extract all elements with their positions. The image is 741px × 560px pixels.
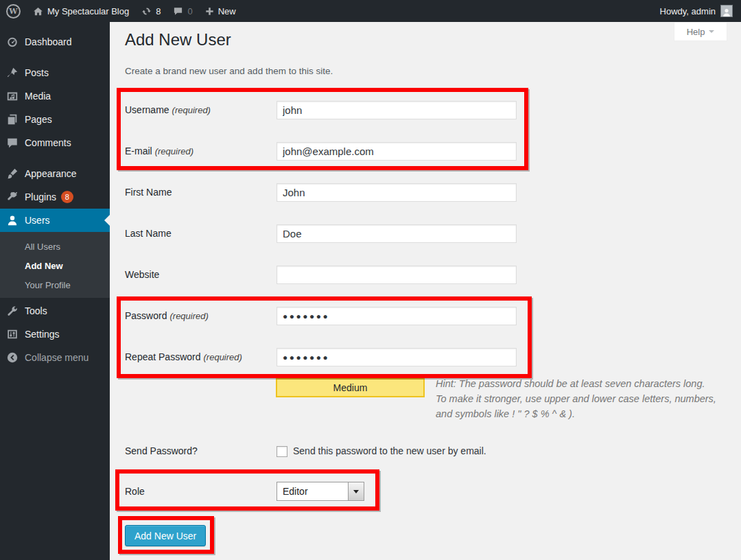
- sidebar-item-label: Plugins: [25, 191, 56, 202]
- sidebar-item-tools[interactable]: Tools: [0, 299, 110, 323]
- sidebar-item-dashboard[interactable]: Dashboard: [0, 30, 110, 54]
- website-label: Website: [125, 269, 159, 280]
- sidebar-item-label: Pages: [25, 114, 52, 125]
- updates-icon: [141, 6, 152, 16]
- email-label: E-mail(required): [125, 145, 193, 156]
- required-hint: (required): [155, 146, 193, 156]
- howdy-text: Howdy, admin: [660, 6, 716, 16]
- select-dropdown-button[interactable]: [348, 482, 364, 500]
- sidebar-separator: [0, 154, 110, 162]
- sidebar-item-pages[interactable]: Pages: [0, 108, 110, 131]
- required-hint: (required): [204, 352, 242, 362]
- website-field[interactable]: [277, 266, 517, 284]
- add-new-user-button[interactable]: Add New User: [125, 525, 206, 546]
- settings-sliders-icon: [6, 328, 19, 340]
- required-hint: (required): [172, 105, 211, 115]
- help-label: Help: [687, 27, 705, 37]
- new-content-link[interactable]: New: [199, 0, 242, 22]
- collapse-arrow-icon: [6, 351, 19, 364]
- sidebar-item-label: Dashboard: [25, 36, 72, 47]
- chevron-down-icon: [709, 30, 714, 36]
- sidebar-item-posts[interactable]: Posts: [0, 61, 110, 84]
- sidebar-item-plugins[interactable]: Plugins 8: [0, 185, 110, 209]
- plug-icon: [6, 191, 19, 203]
- users-submenu: All Users Add New Your Profile: [0, 232, 110, 298]
- sidebar-item-collapse-menu[interactable]: Collapse menu: [0, 346, 110, 369]
- sidebar-item-media[interactable]: Media: [0, 84, 110, 108]
- pushpin-icon: [6, 67, 19, 79]
- repeat-password-field[interactable]: [277, 348, 517, 366]
- email-field[interactable]: [277, 142, 517, 161]
- repeat-password-label: Repeat Password(required): [125, 351, 242, 362]
- submenu-item-all-users[interactable]: All Users: [0, 237, 110, 257]
- last-name-label: Last Name: [125, 228, 172, 239]
- page-title: Add New User: [125, 30, 231, 49]
- sidebar-item-label: Appearance: [25, 168, 77, 179]
- sidebar-item-label: Posts: [25, 67, 49, 78]
- page-description: Create a brand new user and add them to …: [125, 66, 333, 76]
- site-name-link[interactable]: My Spectacular Blog: [27, 0, 135, 22]
- submenu-item-add-new[interactable]: Add New: [0, 257, 110, 276]
- plugins-update-badge: 8: [61, 191, 73, 203]
- sidebar-item-appearance[interactable]: Appearance: [0, 162, 110, 185]
- my-account-link[interactable]: Howdy, admin: [654, 0, 716, 22]
- admin-sidebar: Dashboard Posts Media Pages Comments App…: [0, 22, 110, 560]
- sidebar-item-settings[interactable]: Settings: [0, 323, 110, 346]
- required-hint: (required): [169, 311, 208, 321]
- sidebar-item-label: Settings: [25, 329, 60, 340]
- password-field[interactable]: [277, 307, 517, 325]
- new-label: New: [218, 6, 236, 16]
- main-content: Help Add New User Create a brand new use…: [110, 22, 741, 560]
- comments-link[interactable]: 0: [167, 0, 198, 22]
- comments-bubble-icon: [173, 6, 183, 16]
- sidebar-item-label: Comments: [25, 137, 71, 148]
- admin-bar: W My Spectacular Blog 8 0 New Howdy, adm…: [0, 0, 741, 22]
- wrench-icon: [6, 305, 19, 317]
- help-button[interactable]: Help: [674, 23, 727, 41]
- send-password-checkbox[interactable]: [277, 446, 287, 457]
- role-select[interactable]: Editor: [277, 482, 364, 501]
- first-name-field[interactable]: [277, 183, 517, 202]
- sidebar-item-label: Tools: [25, 305, 47, 316]
- dashboard-icon: [6, 36, 19, 48]
- chevron-down-icon: [353, 490, 359, 496]
- wordpress-logo-icon: W: [6, 4, 21, 19]
- sidebar-separator: [0, 54, 110, 61]
- comment-icon: [6, 137, 19, 149]
- send-password-label: Send Password?: [125, 445, 198, 456]
- updates-link[interactable]: 8: [135, 0, 167, 22]
- first-name-label: First Name: [125, 187, 172, 198]
- role-selected-value: Editor: [277, 486, 348, 497]
- site-name: My Spectacular Blog: [47, 6, 129, 16]
- username-field[interactable]: [277, 101, 517, 119]
- brush-icon: [6, 167, 19, 180]
- avatar[interactable]: [720, 5, 733, 17]
- home-icon: [33, 6, 43, 16]
- sidebar-item-users[interactable]: Users: [0, 209, 110, 232]
- password-strength-meter: Medium: [276, 378, 425, 397]
- update-count: 8: [156, 6, 161, 16]
- role-label: Role: [125, 486, 145, 497]
- sidebar-item-label: Users: [25, 215, 50, 226]
- submenu-item-your-profile[interactable]: Your Profile: [0, 276, 110, 295]
- comment-count: 0: [187, 6, 192, 16]
- password-hint-text: Hint: The password should be at least se…: [436, 378, 716, 419]
- media-icon: [6, 90, 19, 102]
- send-password-checkbox-label: Send this password to the new user by em…: [293, 445, 486, 456]
- user-silhouette-icon: [722, 8, 731, 16]
- password-hint-area: Medium Hint: The password should be at l…: [276, 376, 718, 421]
- user-icon: [6, 214, 19, 226]
- plus-icon: [205, 7, 214, 16]
- sidebar-item-comments[interactable]: Comments: [0, 131, 110, 154]
- username-label: Username(required): [125, 104, 211, 115]
- pages-icon: [6, 113, 19, 126]
- sidebar-item-label: Media: [25, 91, 51, 102]
- wp-logo-menu[interactable]: W: [0, 0, 27, 22]
- last-name-field[interactable]: [277, 224, 517, 243]
- sidebar-item-label: Collapse menu: [25, 352, 89, 363]
- password-label: Password(required): [125, 310, 209, 321]
